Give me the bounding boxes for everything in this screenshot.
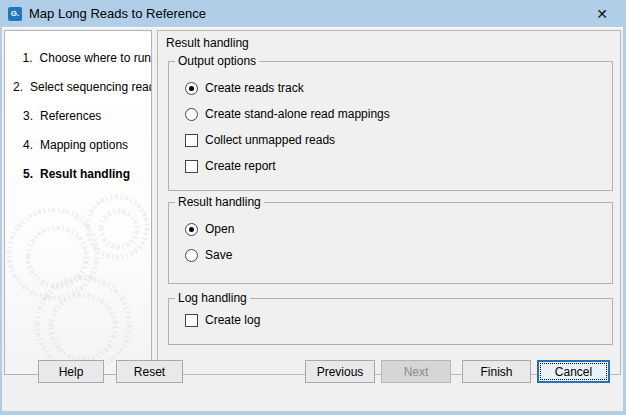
group-title: Result handling bbox=[175, 195, 264, 209]
help-button[interactable]: Help bbox=[38, 360, 104, 383]
step-number: 2. bbox=[13, 80, 23, 94]
wizard-step-mapping-options: 4. Mapping options bbox=[5, 130, 151, 159]
watermark-spiral-decoration: 0110100110101101001011010011010110100101… bbox=[5, 189, 152, 374]
step-label: References bbox=[40, 109, 101, 123]
radio-button-icon[interactable] bbox=[185, 249, 198, 262]
wizard-step-select-sequencing-reads: 2. Select sequencing reads bbox=[5, 72, 151, 101]
checkbox-row-collect-unmapped-reads[interactable]: Collect unmapped reads bbox=[185, 127, 612, 153]
checkbox-icon[interactable] bbox=[185, 160, 198, 173]
step-label: Select sequencing reads bbox=[30, 80, 152, 94]
cancel-button[interactable]: Cancel bbox=[537, 360, 610, 383]
step-number: 3. bbox=[13, 109, 33, 123]
option-label: Collect unmapped reads bbox=[205, 133, 335, 147]
finish-button[interactable]: Finish bbox=[462, 360, 531, 383]
option-label: Create reads track bbox=[205, 81, 304, 95]
window-title: Map Long Reads to Reference bbox=[29, 6, 206, 21]
checkbox-row-create-report[interactable]: Create report bbox=[185, 153, 612, 179]
checkbox-icon[interactable] bbox=[185, 134, 198, 147]
wizard-step-references: 3. References bbox=[5, 101, 151, 130]
option-label: Create stand-alone read mappings bbox=[205, 107, 390, 121]
close-icon[interactable]: ✕ bbox=[593, 5, 611, 23]
option-label: Create report bbox=[205, 159, 276, 173]
group-rows: Open Save bbox=[169, 203, 612, 268]
group-log-handling: Log handling Create log bbox=[168, 298, 613, 345]
checkbox-icon[interactable] bbox=[185, 314, 198, 327]
title-bar[interactable]: G. Map Long Reads to Reference ✕ bbox=[2, 0, 623, 28]
step-number: 4. bbox=[13, 138, 33, 152]
group-output-options: Output options Create reads track Create… bbox=[168, 61, 613, 191]
step-label: Mapping options bbox=[40, 138, 128, 152]
previous-button[interactable]: Previous bbox=[305, 360, 375, 383]
result-handling-panel: Result handling Output options Create re… bbox=[157, 30, 621, 375]
wizard-steps-panel: 1. Choose where to run 2. Select sequenc… bbox=[4, 30, 152, 375]
step-number: 5. bbox=[13, 167, 33, 181]
step-number: 1. bbox=[13, 51, 33, 65]
step-label: Choose where to run bbox=[40, 51, 151, 65]
checkbox-row-create-log[interactable]: Create log bbox=[185, 307, 612, 333]
radio-button-icon[interactable] bbox=[185, 223, 198, 236]
wizard-step-result-handling-current: 5. Result handling bbox=[5, 159, 151, 188]
app-icon: G. bbox=[8, 7, 22, 21]
radio-row-create-reads-track[interactable]: Create reads track bbox=[185, 75, 612, 101]
radio-row-open[interactable]: Open bbox=[185, 216, 612, 242]
group-result-handling: Result handling Open Save bbox=[168, 202, 613, 284]
option-label: Open bbox=[205, 222, 234, 236]
step-label: Result handling bbox=[40, 167, 130, 181]
option-label: Save bbox=[205, 248, 232, 262]
group-title: Log handling bbox=[175, 291, 250, 305]
reset-button[interactable]: Reset bbox=[116, 360, 183, 383]
radio-button-icon[interactable] bbox=[185, 82, 198, 95]
group-rows: Create reads track Create stand-alone re… bbox=[169, 62, 612, 179]
panel-title: Result handling bbox=[166, 36, 249, 50]
wizard-step-list: 1. Choose where to run 2. Select sequenc… bbox=[5, 31, 151, 188]
dialog-body: G. Map Long Reads to Reference ✕ 1. Choo… bbox=[2, 0, 623, 411]
next-button-disabled: Next bbox=[381, 360, 451, 383]
radio-button-icon[interactable] bbox=[185, 108, 198, 121]
group-title: Output options bbox=[175, 54, 259, 68]
option-label: Create log bbox=[205, 313, 260, 327]
radio-row-create-stand-alone-read-mappings[interactable]: Create stand-alone read mappings bbox=[185, 101, 612, 127]
wizard-step-choose-where-to-run: 1. Choose where to run bbox=[5, 43, 151, 72]
radio-row-save[interactable]: Save bbox=[185, 242, 612, 268]
dialog-window: G. Map Long Reads to Reference ✕ 1. Choo… bbox=[0, 0, 626, 415]
